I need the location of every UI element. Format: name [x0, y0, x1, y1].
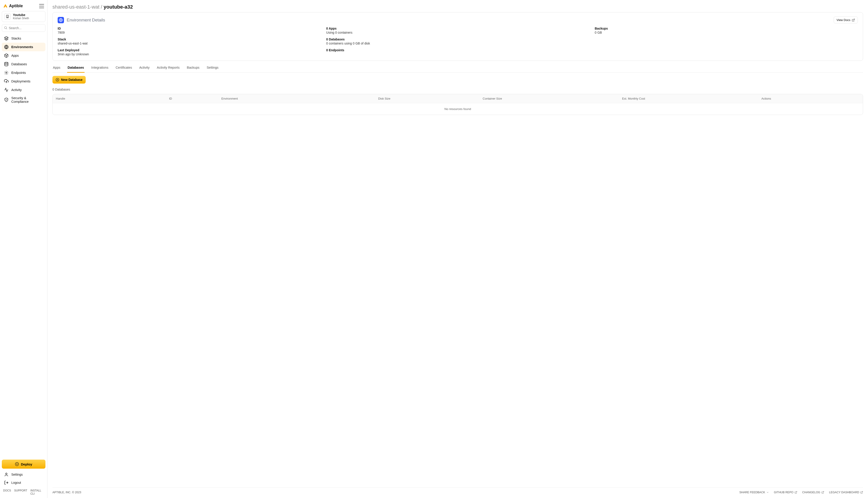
field-label: Last Deployed: [58, 48, 321, 52]
field-label: 0 Databases: [326, 38, 589, 41]
sidebar-item-label: Deployments: [11, 79, 30, 83]
breadcrumb: shared-us-east-1-wat / youtube-a32: [52, 4, 863, 10]
field-label: Stack: [58, 38, 321, 41]
field-last-deployed: Last Deployed 3min ago by Unknown: [58, 48, 321, 56]
tab-apps[interactable]: Apps: [52, 63, 61, 73]
svg-point-4: [6, 72, 7, 74]
globe-badge-icon: [58, 17, 64, 23]
footer-link-label: GITHUB REPO: [774, 491, 793, 494]
sidebar-item-label: Endpoints: [11, 71, 26, 75]
footer-copyright: APTIBLE, INC. © 2023: [52, 491, 81, 494]
search-icon: [4, 26, 8, 30]
sidebar-item-databases[interactable]: Databases: [2, 60, 46, 68]
new-database-button[interactable]: New Database: [52, 76, 86, 83]
field-stack: Stack shared-us-east-1-wat: [58, 38, 321, 45]
sidebar-item-label: Settings: [11, 473, 23, 476]
org-user: Kishan Sheth: [13, 17, 29, 20]
col-container-size[interactable]: Container Size: [480, 94, 619, 103]
field-value: 3min ago by Unknown: [58, 52, 321, 56]
field-label: 0 Apps: [326, 27, 589, 30]
field-label: 0 Endpoints: [326, 48, 589, 52]
box-icon: [4, 53, 9, 58]
sidebar-item-deployments[interactable]: Deployments: [2, 77, 46, 86]
brand-name: Aptible: [9, 4, 23, 8]
sidebar-item-logout[interactable]: Logout: [2, 479, 46, 487]
logout-icon: [4, 480, 9, 485]
activity-icon: [4, 88, 9, 92]
chevron-down-icon: [766, 491, 769, 494]
tab-databases[interactable]: Databases: [67, 63, 85, 73]
footer-changelog[interactable]: CHANGELOG: [802, 491, 824, 494]
sidebar-item-apps[interactable]: Apps: [2, 51, 46, 60]
svg-point-3: [5, 62, 8, 64]
tab-settings[interactable]: Settings: [206, 63, 219, 73]
sidebar-item-environments[interactable]: Environments: [2, 43, 46, 51]
external-link-icon: [794, 491, 797, 494]
external-link-icon: [852, 18, 855, 22]
building-icon: [4, 13, 11, 19]
sidebar-item-settings[interactable]: Settings: [2, 470, 46, 479]
stacks-icon: [4, 36, 9, 41]
sidebar-item-activity[interactable]: Activity: [2, 86, 46, 94]
menu-toggle-icon[interactable]: [39, 4, 44, 8]
org-name: Youtube: [13, 13, 29, 17]
aptible-logo-icon: [3, 4, 8, 8]
sidebar-item-endpoints[interactable]: Endpoints: [2, 68, 46, 77]
sidebar-item-security[interactable]: Security & Compliance: [2, 94, 46, 105]
tab-activity[interactable]: Activity: [139, 63, 150, 73]
field-value: shared-us-east-1-wat: [58, 41, 321, 45]
field-value: Using 0 containers: [326, 31, 589, 34]
tab-activity-reports[interactable]: Activity Reports: [156, 63, 180, 73]
tab-certificates[interactable]: Certificates: [115, 63, 132, 73]
footer-share-feedback[interactable]: SHARE FEEDBACK: [739, 491, 769, 494]
field-label: Backups: [595, 27, 858, 30]
footer-link-support[interactable]: SUPPORT: [14, 489, 27, 495]
col-id[interactable]: ID: [166, 94, 218, 103]
brand-logo[interactable]: Aptible: [3, 4, 23, 8]
col-handle[interactable]: Handle: [53, 94, 166, 103]
tab-backups[interactable]: Backups: [187, 63, 200, 73]
deploy-button[interactable]: Deploy: [2, 460, 46, 469]
footer-github-repo[interactable]: GITHUB REPO: [774, 491, 797, 494]
cloud-upload-icon: [4, 79, 9, 83]
search-input[interactable]: [2, 24, 46, 32]
view-docs-button[interactable]: View Docs: [834, 16, 858, 24]
field-endpoints: 0 Endpoints: [326, 48, 589, 56]
col-disk-size[interactable]: Disk Size: [375, 94, 480, 103]
deploy-label: Deploy: [21, 462, 32, 466]
env-tabs: Apps Databases Integrations Certificates…: [52, 63, 863, 73]
sidebar-item-label: Databases: [11, 62, 27, 66]
sidebar-item-label: Stacks: [11, 37, 21, 40]
col-environment[interactable]: Environment: [218, 94, 375, 103]
main-content: shared-us-east-1-wat / youtube-a32 Envir…: [48, 0, 868, 498]
sidebar: Aptible Youtube Kishan Sheth: [0, 0, 48, 498]
field-value: 0 GB: [595, 31, 858, 34]
sidebar-item-label: Apps: [11, 54, 19, 57]
field-apps: 0 Apps Using 0 containers: [326, 27, 589, 34]
shield-icon: [4, 97, 9, 102]
footer-link-docs[interactable]: DOCS: [3, 489, 11, 495]
page-footer: APTIBLE, INC. © 2023 SHARE FEEDBACK GITH…: [52, 487, 863, 494]
sidebar-item-stacks[interactable]: Stacks: [2, 34, 46, 43]
endpoint-icon: [4, 70, 9, 75]
sidebar-item-label: Activity: [11, 88, 22, 92]
col-actions[interactable]: Actions: [758, 94, 863, 103]
svg-point-6: [6, 473, 7, 474]
sidebar-item-label: Environments: [11, 45, 33, 49]
footer-link-install-cli[interactable]: INSTALL CLI: [30, 489, 44, 495]
field-databases: 0 Databases 0 containers using 0 GB of d…: [326, 38, 589, 45]
view-docs-label: View Docs: [837, 18, 850, 22]
org-selector[interactable]: Youtube Kishan Sheth: [2, 11, 46, 22]
sidebar-item-label: Logout: [11, 481, 21, 484]
external-link-icon: [821, 491, 824, 494]
col-est-cost[interactable]: Est. Monthly Cost: [619, 94, 758, 103]
field-id: ID 7809: [58, 27, 321, 34]
svg-point-1: [4, 27, 7, 29]
plus-circle-icon: [55, 78, 59, 81]
breadcrumb-parent[interactable]: shared-us-east-1-wat: [52, 4, 100, 10]
environment-details-panel: Environment Details View Docs ID 7809 0 …: [52, 12, 863, 61]
tab-integrations[interactable]: Integrations: [91, 63, 109, 73]
field-value: 7809: [58, 31, 321, 34]
user-icon: [4, 472, 9, 477]
footer-legacy-dashboard[interactable]: LEGACY DASHBOARD: [829, 491, 863, 494]
